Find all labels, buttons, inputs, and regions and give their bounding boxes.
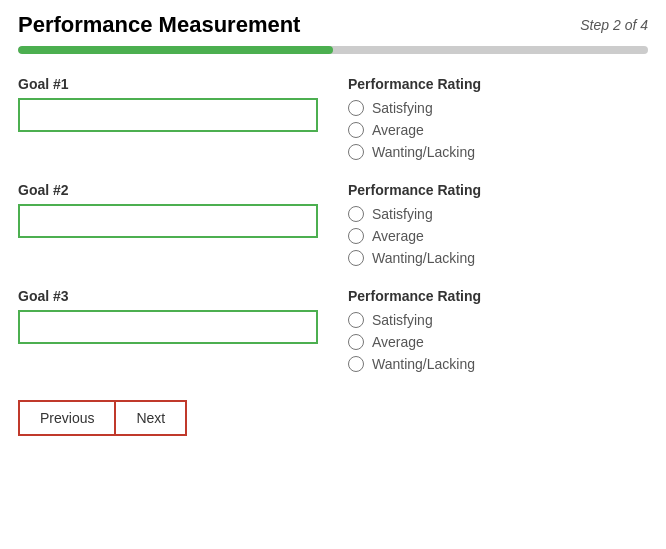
main-container: Performance Measurement Step 2 of 4 Goal… — [0, 0, 666, 549]
radio-input-1-1[interactable] — [348, 100, 364, 116]
goal-row-1: Goal #1Performance RatingSatisfyingAvera… — [18, 76, 648, 160]
goal-right-1: Performance RatingSatisfyingAverageWanti… — [348, 76, 648, 160]
radio-label-3-1: Satisfying — [372, 312, 433, 328]
buttons-row: Previous Next — [18, 400, 648, 436]
radio-options-2: SatisfyingAverageWanting/Lacking — [348, 206, 648, 266]
radio-input-2-2[interactable] — [348, 228, 364, 244]
radio-input-3-1[interactable] — [348, 312, 364, 328]
radio-label-3-2: Average — [372, 334, 424, 350]
goal-label-3: Goal #3 — [18, 288, 318, 304]
rating-label-1: Performance Rating — [348, 76, 648, 92]
goal-right-3: Performance RatingSatisfyingAverageWanti… — [348, 288, 648, 372]
radio-option-3-1[interactable]: Satisfying — [348, 312, 648, 328]
radio-input-2-3[interactable] — [348, 250, 364, 266]
radio-label-2-2: Average — [372, 228, 424, 244]
radio-label-1-2: Average — [372, 122, 424, 138]
goal-input-2[interactable] — [18, 204, 318, 238]
radio-label-3-3: Wanting/Lacking — [372, 356, 475, 372]
goal-row-2: Goal #2Performance RatingSatisfyingAvera… — [18, 182, 648, 266]
goal-input-3[interactable] — [18, 310, 318, 344]
radio-option-1-2[interactable]: Average — [348, 122, 648, 138]
previous-button[interactable]: Previous — [18, 400, 115, 436]
header-row: Performance Measurement Step 2 of 4 — [18, 12, 648, 38]
goal-right-2: Performance RatingSatisfyingAverageWanti… — [348, 182, 648, 266]
radio-option-2-1[interactable]: Satisfying — [348, 206, 648, 222]
radio-option-3-3[interactable]: Wanting/Lacking — [348, 356, 648, 372]
radio-option-2-2[interactable]: Average — [348, 228, 648, 244]
goal-left-2: Goal #2 — [18, 182, 318, 238]
radio-input-2-1[interactable] — [348, 206, 364, 222]
radio-option-1-1[interactable]: Satisfying — [348, 100, 648, 116]
goal-label-2: Goal #2 — [18, 182, 318, 198]
page-title: Performance Measurement — [18, 12, 300, 38]
radio-option-1-3[interactable]: Wanting/Lacking — [348, 144, 648, 160]
progress-bar-fill — [18, 46, 333, 54]
radio-label-2-1: Satisfying — [372, 206, 433, 222]
radio-option-3-2[interactable]: Average — [348, 334, 648, 350]
radio-input-1-3[interactable] — [348, 144, 364, 160]
rating-label-2: Performance Rating — [348, 182, 648, 198]
next-button[interactable]: Next — [115, 400, 187, 436]
radio-options-3: SatisfyingAverageWanting/Lacking — [348, 312, 648, 372]
radio-label-1-1: Satisfying — [372, 100, 433, 116]
goal-input-1[interactable] — [18, 98, 318, 132]
rating-label-3: Performance Rating — [348, 288, 648, 304]
radio-input-3-2[interactable] — [348, 334, 364, 350]
goals-section: Goal #1Performance RatingSatisfyingAvera… — [18, 76, 648, 372]
radio-label-1-3: Wanting/Lacking — [372, 144, 475, 160]
radio-option-2-3[interactable]: Wanting/Lacking — [348, 250, 648, 266]
radio-label-2-3: Wanting/Lacking — [372, 250, 475, 266]
progress-bar-container — [18, 46, 648, 54]
radio-input-1-2[interactable] — [348, 122, 364, 138]
step-indicator: Step 2 of 4 — [580, 17, 648, 33]
radio-input-3-3[interactable] — [348, 356, 364, 372]
goal-label-1: Goal #1 — [18, 76, 318, 92]
goal-row-3: Goal #3Performance RatingSatisfyingAvera… — [18, 288, 648, 372]
radio-options-1: SatisfyingAverageWanting/Lacking — [348, 100, 648, 160]
goal-left-1: Goal #1 — [18, 76, 318, 132]
goal-left-3: Goal #3 — [18, 288, 318, 344]
